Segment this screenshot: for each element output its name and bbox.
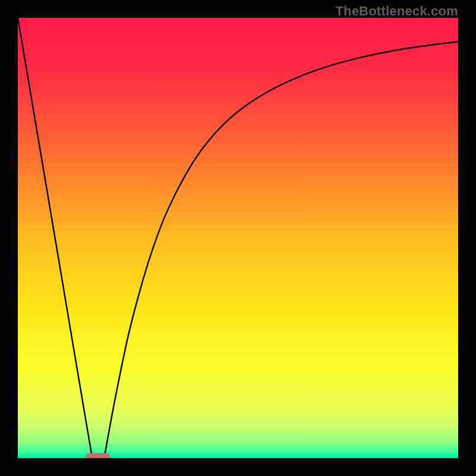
- gradient-background: [18, 18, 458, 458]
- chart-svg: [18, 18, 458, 458]
- plot-area: [18, 18, 458, 458]
- watermark-text: TheBottleneck.com: [336, 4, 458, 19]
- bottleneck-marker: [86, 453, 110, 458]
- chart-frame: TheBottleneck.com: [0, 0, 476, 476]
